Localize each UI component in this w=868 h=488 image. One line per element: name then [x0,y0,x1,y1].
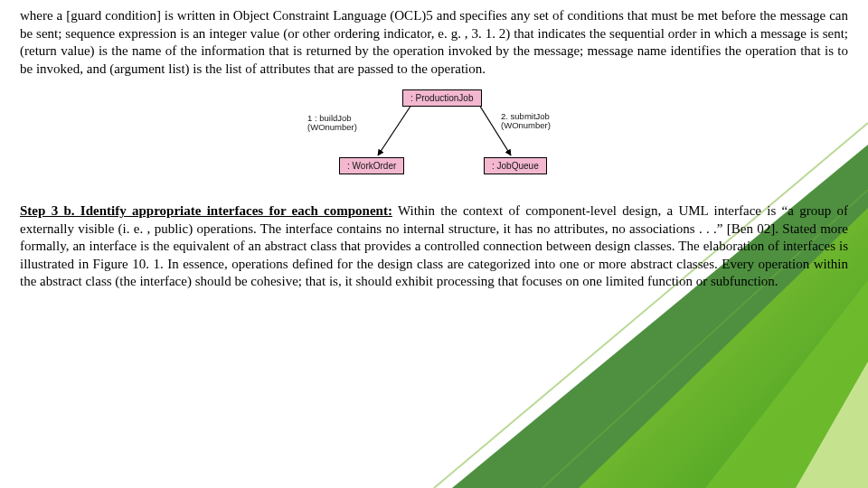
diagram-box-workorder-label: : WorkOrder [347,161,396,171]
paragraph-1-text: where a [guard condition] is written in … [20,8,848,76]
paragraph-2: Step 3 b. Identify appropriate interface… [20,202,848,291]
diagram-box-jobqueue-label: : JobQueue [492,161,539,171]
diagram-box-jobqueue: : JobQueue [484,157,547,174]
slide-content: where a [guard condition] is written in … [20,7,848,291]
diagram-msg-2-line1: 2. submitJob [501,111,550,121]
collaboration-diagram: : ProductionJob : WorkOrder : JobQueue 1… [271,85,597,193]
diagram-msg-2: 2. submitJob (WOnumber) [501,112,582,131]
svg-marker-2 [705,280,868,488]
diagram-msg-1: 1 : buildJob (WOnumber) [307,114,389,133]
diagram-box-productionjob-label: : ProductionJob [410,93,474,103]
paragraph-1: where a [guard condition] is written in … [20,7,848,78]
diagram-msg-1-line1: 1 : buildJob [307,113,352,123]
svg-marker-3 [796,361,868,488]
diagram-box-productionjob: : ProductionJob [402,89,482,107]
diagram-box-workorder: : WorkOrder [339,157,404,174]
diagram-msg-2-line2: (WOnumber) [501,120,551,130]
step-3b-label: Step 3 b. Identify appropriate interface… [20,203,392,218]
diagram-msg-1-line2: (WOnumber) [307,122,357,132]
